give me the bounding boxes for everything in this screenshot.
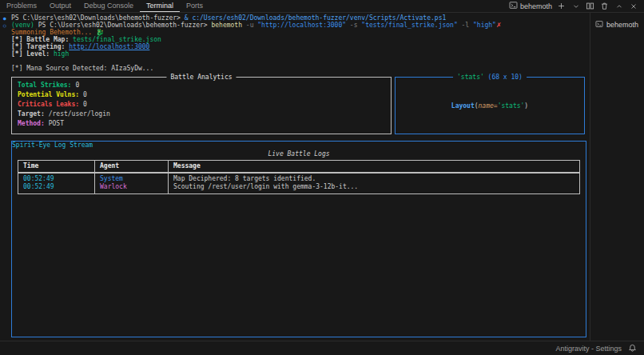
status-settings-item[interactable]: Antigravity - Settings [555,345,622,353]
log-message: Map Deciphered: 8 targets identified. [169,173,580,183]
terminal-icon [509,1,518,11]
target-url-link[interactable]: http://localhost:3000 [69,43,149,50]
terminal-line-behemoth-command: ○(venv) PS C:\Users\esh02\Downloads\behe… [0,22,590,29]
stat-target: Target:/rest/user/login [18,110,385,119]
paren: ) [524,102,528,110]
bell-icon[interactable] [627,343,638,353]
log-table: Time Agent Message 00:52:49 System Map D… [18,160,580,194]
arg-file: "tests/final_strike.json" [361,22,457,29]
terminal-list-item-label: behemoth [606,21,638,29]
summoning-text: Summoning Behemoth... [11,29,96,36]
new-terminal-button[interactable] [556,1,566,11]
mana-source-text: [*] Mana Source Detected: AIzaSyDw... [11,65,153,72]
arg-url: "http://localhost:3000" [257,22,346,29]
launch-profile-chevron-icon[interactable] [570,1,581,11]
log-stream-box: Spirit-Eye Log Stream Live Battle Logs T… [11,141,586,337]
terminal-line-mana-source: [*] Mana Source Detected: AIzaSyDw... [0,65,590,72]
stat-label: Method: [18,120,45,127]
terminal-actions: behemoth [509,0,644,12]
panel-tabs: Problems Output Debug Console Terminal P… [0,0,209,12]
stats-box-title: 'stats' (68 x 10) [453,74,527,81]
arg-level: "high" [473,22,496,29]
header-agent: Agent [95,161,169,174]
shell-prompt: PS C:\Users\esh02\Downloads\behemoth-fuz… [11,14,185,22]
log-stream-subtitle: Live Battle Logs [12,150,586,158]
log-agent: System [95,173,169,183]
layout-class-name: Layout [451,102,475,110]
layout-attr-name: name= [479,102,498,110]
maximize-panel-button[interactable] [614,1,624,11]
status-bar-right: Antigravity - Settings [555,343,644,353]
log-message: Scouting /rest/user/login with gemma-3-1… [169,183,580,194]
battle-analytics-box: Battle Analytics Total Strikes:0 Potenti… [11,77,392,134]
log-agent: Warlock [95,183,169,194]
stat-value: POST [49,120,64,127]
stat-value: /rest/user/login [49,110,110,118]
terminal-output[interactable]: ●PS C:\Users\esh02\Downloads\behemoth-fu… [0,13,590,341]
stat-label: Potential Vulns: [18,91,79,98]
terminal-line-activate: ●PS C:\Users\esh02\Downloads\behemoth-fu… [0,14,590,22]
terminal-blank-line [0,58,590,65]
stat-label: Target: [18,110,45,118]
panel-body: ●PS C:\Users\esh02\Downloads\behemoth-fu… [0,13,644,341]
log-time: 00:52:49 [18,173,95,183]
terminal-instance-list: behemoth [590,13,644,341]
log-time: 00:52:49 [18,183,95,194]
stat-value: 0 [83,91,87,98]
stat-value: 0 [83,101,87,108]
log-stream-title: Spirit-Eye Log Stream [12,142,93,149]
command-decoration-icon[interactable]: ○ [3,22,6,29]
split-terminal-button[interactable] [585,1,595,11]
tab-output[interactable]: Output [43,0,78,12]
log-table-row: 00:52:49 System Map Deciphered: 8 target… [18,173,580,183]
flag-s: -s [346,22,361,29]
panel-tabbar: Problems Output Debug Console Terminal P… [0,0,644,13]
kill-terminal-button[interactable] [599,1,610,11]
stat-label: Total Strikes: [18,82,71,89]
battle-map-value: tests/final_strike.json [73,36,161,43]
stats-title-name: 'stats' [457,74,484,81]
tab-ports[interactable]: Ports [180,0,209,12]
terminal-profile-label: behemoth [520,2,552,10]
stats-layout-placeholder: Layout(name='stats') [451,102,528,110]
shell-command-activate: & c:/Users/esh02/Downloads/behemoth-fuzz… [185,14,447,22]
level-value: high [54,50,69,58]
log-table-header-row: Time Agent Message [18,161,580,174]
terminal-line-level: [*] Level: high [0,50,590,58]
close-panel-button[interactable] [628,1,638,11]
command-name: behemoth [211,22,242,29]
terminal-line-summoning: Summoning Behemoth... 🐉 [0,29,590,36]
dashboard-boxes-row: Battle Analytics Total Strikes:0 Potenti… [11,77,590,134]
stat-potential-vulns: Potential Vulns:0 [18,90,385,100]
header-message: Message [169,161,580,174]
header-time: Time [18,161,95,174]
stat-method: Method:POST [18,119,385,129]
command-success-decoration-icon[interactable]: ● [3,14,6,22]
terminal-icon [595,20,603,30]
tab-problems[interactable]: Problems [0,0,43,12]
battle-analytics-title: Battle Analytics [166,74,236,81]
tab-debug-console[interactable]: Debug Console [78,0,140,12]
layout-attr-value: 'stats' [498,102,525,110]
vscode-bottom-panel: Problems Output Debug Console Terminal P… [0,0,644,355]
shell-prompt: PS C:\Users\esh02\Downloads\behemoth-fuz… [38,22,212,29]
stat-label: Criticals Leaks: [18,101,79,108]
log-table-row: 00:52:49 Warlock Scouting /rest/user/log… [18,183,580,194]
dragon-emoji-icon: 🐉 [96,29,104,36]
stat-value: 0 [75,82,79,89]
terminal-list-item-behemoth[interactable]: behemoth [595,19,644,30]
tab-terminal[interactable]: Terminal [140,0,180,12]
stats-layout-box: 'stats' (68 x 10) Layout(name='stats') [395,77,585,134]
command-error-mark-icon: ✗ [496,22,502,29]
level-label: [*] Level: [11,50,54,58]
flag-u: -u [242,22,257,29]
status-bar: Antigravity - Settings [0,341,644,355]
venv-prefix: (venv) [11,22,38,29]
stat-total-strikes: Total Strikes:0 [18,81,385,90]
terminal-profile-selector[interactable]: behemoth [509,1,552,11]
targeting-label: [*] Targeting: [11,43,69,50]
flag-l: -l [458,22,473,29]
terminal-line-battle-map: [*] Battle Map: tests/final_strike.json [0,36,590,43]
terminal-line-targeting: [*] Targeting: http://localhost:3000 [0,43,590,50]
stats-title-size: (68 x 10) [484,74,523,81]
